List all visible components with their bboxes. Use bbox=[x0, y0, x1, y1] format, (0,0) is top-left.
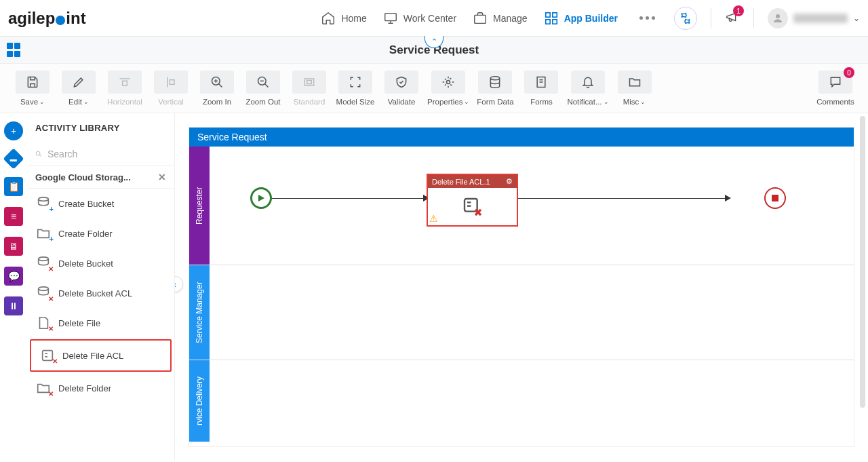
validate-button[interactable]: Validate bbox=[381, 71, 422, 106]
category-label: Google Cloud Storag... bbox=[35, 172, 131, 182]
collapse-sidebar-button[interactable]: ‹ bbox=[175, 276, 183, 292]
activity-settings-icon[interactable]: ⚙ bbox=[506, 177, 513, 186]
zoom-in-button[interactable]: Zoom In bbox=[197, 71, 237, 106]
svg-point-23 bbox=[491, 77, 500, 80]
model-size-icon bbox=[349, 75, 362, 89]
activity-node-delete-file-acl[interactable]: Delete File ACL.1 ⚙ ⚠ bbox=[427, 174, 518, 227]
category-header[interactable]: Google Cloud Storag... ✕ bbox=[27, 166, 174, 189]
avatar-icon bbox=[768, 8, 788, 28]
category-close[interactable]: ✕ bbox=[158, 172, 166, 182]
activity-delete-bucket-acl[interactable]: ✕ Delete Bucket ACL bbox=[27, 278, 174, 308]
zoom-out-icon bbox=[256, 75, 270, 89]
rail-pause-button[interactable]: ⏸ bbox=[4, 296, 23, 315]
form-data-button[interactable]: Form Data bbox=[475, 71, 515, 106]
comments-badge: 0 bbox=[844, 67, 854, 78]
svg-rect-35 bbox=[465, 199, 477, 212]
sidebar-title: ACTIVITY LIBRARY bbox=[27, 113, 174, 142]
forms-icon bbox=[534, 75, 548, 89]
validate-icon bbox=[395, 75, 408, 89]
nav-manage-label: Manage bbox=[493, 13, 528, 24]
editor-toolbar: Save⌄ Edit⌄ Horizontal Vertical Zoom In … bbox=[0, 64, 868, 113]
bell-icon bbox=[581, 75, 595, 89]
rail-add-button[interactable]: + bbox=[4, 121, 23, 140]
svg-line-28 bbox=[39, 155, 41, 157]
svg-point-29 bbox=[39, 197, 49, 201]
rail-list-button[interactable]: ≡ bbox=[4, 207, 23, 226]
logo-dot-icon bbox=[56, 16, 65, 25]
model-size-button[interactable]: Model Size bbox=[335, 71, 376, 106]
gear-icon bbox=[441, 75, 455, 89]
search-input[interactable] bbox=[47, 149, 166, 159]
save-icon bbox=[26, 75, 39, 89]
database-icon bbox=[488, 75, 502, 89]
misc-button[interactable]: Misc⌄ bbox=[614, 71, 655, 106]
lane-label[interactable]: rvice Delivery bbox=[189, 360, 210, 442]
canvas-scrollbar[interactable] bbox=[860, 116, 865, 408]
zoom-out-button[interactable]: Zoom Out bbox=[243, 71, 283, 106]
warning-icon: ⚠ bbox=[429, 213, 438, 224]
apps-grid-button[interactable] bbox=[7, 43, 22, 58]
lane-label[interactable]: Requester bbox=[189, 147, 210, 265]
activity-delete-folder[interactable]: ✕ Delete Folder bbox=[27, 373, 174, 403]
lane-body[interactable] bbox=[210, 265, 854, 360]
hub-button[interactable] bbox=[674, 7, 697, 30]
properties-button[interactable]: Properties⌄ bbox=[427, 71, 469, 106]
horizontal-button[interactable]: Horizontal bbox=[104, 71, 145, 106]
user-menu[interactable]: ⌄ bbox=[768, 8, 860, 28]
folder-icon bbox=[628, 75, 642, 89]
svg-point-31 bbox=[39, 287, 49, 291]
activity-delete-bucket[interactable]: ✕ Delete Bucket bbox=[27, 248, 174, 278]
nav-overflow[interactable] bbox=[634, 16, 660, 20]
canvas-title: Service Request bbox=[189, 128, 854, 147]
lane-label[interactable]: Service Manager bbox=[189, 265, 210, 360]
comments-button[interactable]: 0 Comments bbox=[815, 71, 856, 106]
connector-2[interactable] bbox=[518, 198, 728, 199]
announcements-button[interactable]: 1 bbox=[725, 9, 740, 26]
edit-button[interactable]: Edit⌄ bbox=[58, 71, 99, 106]
save-button[interactable]: Save⌄ bbox=[12, 71, 53, 106]
svg-line-18 bbox=[265, 84, 269, 88]
standard-icon bbox=[302, 75, 316, 89]
connector-1[interactable] bbox=[272, 198, 427, 199]
stop-icon bbox=[772, 195, 778, 201]
nav-home[interactable]: Home bbox=[321, 11, 366, 26]
lane-body[interactable] bbox=[210, 360, 854, 442]
nav-work-center[interactable]: Work Center bbox=[383, 11, 456, 26]
horizontal-icon bbox=[118, 75, 132, 89]
standard-button[interactable]: Standard bbox=[289, 71, 330, 106]
vertical-icon bbox=[164, 75, 178, 89]
rail-process-button[interactable]: ▬ bbox=[3, 148, 24, 169]
vertical-button[interactable]: Vertical bbox=[151, 71, 191, 106]
end-node[interactable] bbox=[764, 187, 786, 209]
pinwheel-icon bbox=[679, 12, 692, 24]
svg-rect-0 bbox=[384, 13, 396, 20]
lane-body[interactable]: Delete File ACL.1 ⚙ ⚠ bbox=[210, 147, 854, 265]
rail-monitor-button[interactable]: 🖥 bbox=[4, 237, 23, 256]
canvas-wrapper: ‹ Service Request Requester Delete File … bbox=[175, 113, 868, 461]
nav-manage[interactable]: Manage bbox=[473, 11, 528, 26]
side-rail: + ▬ 📋 ≡ 🖥 💬 ⏸ bbox=[0, 113, 27, 461]
svg-rect-20 bbox=[304, 79, 313, 85]
user-name-label bbox=[793, 14, 848, 23]
svg-rect-6 bbox=[545, 19, 549, 23]
start-node[interactable] bbox=[250, 187, 272, 209]
header-right: 1 ⌄ bbox=[674, 7, 860, 30]
notifications-button[interactable]: Notificat...⌄ bbox=[567, 71, 608, 106]
activity-create-bucket[interactable]: + Create Bucket bbox=[27, 189, 174, 218]
svg-rect-5 bbox=[552, 12, 556, 16]
main-nav: Home Work Center Manage App Builder bbox=[321, 11, 660, 26]
svg-point-30 bbox=[39, 257, 49, 261]
nav-work-center-label: Work Center bbox=[403, 13, 456, 24]
app-logo: agilepint bbox=[8, 9, 86, 28]
apps-icon bbox=[544, 11, 559, 26]
edit-icon bbox=[72, 75, 85, 89]
activity-delete-file-acl[interactable]: ✕ Delete File ACL bbox=[30, 339, 172, 372]
monitor-icon bbox=[383, 11, 398, 26]
activity-create-folder[interactable]: + Create Folder bbox=[27, 218, 174, 248]
forms-button[interactable]: Forms bbox=[521, 71, 561, 106]
rail-chat-button[interactable]: 💬 bbox=[4, 267, 23, 286]
process-canvas[interactable]: Service Request Requester Delete File AC… bbox=[189, 127, 854, 447]
rail-clipboard-button[interactable]: 📋 bbox=[4, 177, 23, 196]
activity-delete-file[interactable]: ✕ Delete File bbox=[27, 308, 174, 338]
nav-app-builder[interactable]: App Builder bbox=[544, 11, 618, 26]
